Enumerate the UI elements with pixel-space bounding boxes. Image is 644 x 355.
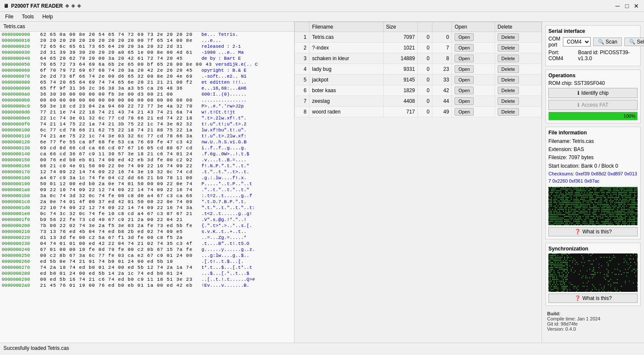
open-button[interactable]: Open [455,76,474,84]
hex-addr: 0000000290 [2,277,40,282]
hex-addr: 0000000190 [2,181,40,186]
delete-button[interactable]: Delete [498,55,519,62]
hex-bytes: 0c 74 3c 32 0c 74 fe 10 c8 cd a4 67 c3 0… [40,211,198,216]
file-delete-cell: Delete [495,96,541,107]
hex-bytes: 2a 0e 74 01 4f 00 37 ed 42 01 50 00 22 0… [40,199,198,204]
hex-ascii: :.t=2..t......g..f [201,193,252,198]
hex-addr: 00000001d0 [2,205,40,210]
delete-button[interactable]: Delete [498,33,519,41]
com-port-select[interactable]: COM4 [563,37,591,47]
open-button[interactable]: Open [455,65,474,73]
file-num: 7 [295,96,309,107]
delete-button[interactable]: Delete [498,108,519,116]
hex-bytes: 04 74 01 01 00 ed 42 22 04 74 21 02 74 3… [40,241,198,246]
open-button[interactable]: Open [455,97,474,105]
file-name: Tetris.cas [309,32,383,43]
hex-bytes: 76 65 72 73 64 69 6a 6b 2e 65 00 bf 65 2… [40,62,212,67]
file-open-cell: Open [452,32,495,43]
hex-row: 0000000260ed 5b 0e 74 21 91 74 b0 01 24 … [0,259,294,265]
hex-addr: 0000000050 [2,62,40,67]
hex-bytes: 65 74 20 65 64 69 74 74 65 6e 20 21 21 2… [40,80,198,85]
identify-chip-button[interactable]: ℹ Identify chip [548,88,638,98]
delete-button[interactable]: Delete [498,97,519,105]
hex-row: 000000023004 74 01 01 00 ed 42 22 04 74 … [0,241,294,247]
file-open-cell: Open [452,53,495,64]
file-info-what-button[interactable]: ❓ What is this? [548,227,638,236]
hex-row: 000000021073 13 76 ed 4b 04 74 ed b8 2b … [0,229,294,235]
table-row: 8 woord raden 717 0 49 Open Delete [295,107,542,117]
close-button[interactable]: ✕ [632,2,641,10]
hex-ascii: ...$...[.*..t...$ [201,271,249,276]
git-id: Git id: 98d74fe [547,321,578,326]
hex-row: 00000000302d 31 39 39 30 20 20 20 a0 65 … [0,49,294,55]
hex-row: 00000002a021 45 76 01 19 00 76 ed b0 eb … [0,282,294,288]
delete-button[interactable]: Delete [498,76,519,84]
hex-bytes: 66 21 c0 4e 01 50 00 22 0e 74 09 22 10 7… [40,163,198,169]
hex-ascii: *.t.O.7.B.P.".t. [201,199,247,204]
open-button[interactable]: Open [455,55,474,62]
hex-panel-title: Tetris.cas [0,22,294,32]
sync-title: Synchronization [548,246,638,252]
hex-ascii: .t."..t."..t>..t. [201,169,249,175]
hex-addr: 0000000060 [2,68,40,73]
open-button[interactable]: Open [455,87,474,94]
file-num: 6 [295,85,309,96]
build-section: Build: Compile time: Jan 1 2024 Git id: … [545,309,641,333]
col-open: Open [452,22,495,32]
open-button[interactable]: Open [455,44,474,52]
sync-what-button[interactable]: ❓ What is this? [548,294,638,303]
build-label: Build: [547,311,560,316]
file-size: 7097 [383,32,418,43]
hex-row: 00000000d077 21 1e 74 22 18 74 21 43 74 … [0,109,294,115]
right-panel: Serial interface COM port COM4 🔍 Scan 🔍 … [542,22,644,343]
file-open-cell: Open [452,107,495,117]
hex-addr: 0000000070 [2,74,40,79]
delete-button[interactable]: Delete [498,44,519,52]
com-port-label: COM port [548,36,560,48]
file-col4: 23 [432,64,452,75]
hex-ascii: g......y......g..z. [201,247,255,252]
file-col4: 7 [432,43,452,53]
hex-scroll[interactable]: 000000000062 65 0a 00 8e 20 54 65 74 72 … [0,32,294,343]
delete-button[interactable]: Delete [498,65,519,73]
minimize-button[interactable]: ─ [613,2,622,10]
port-label: Port: COM4 [548,49,573,61]
file-size: 1829 [383,85,418,96]
restore-button[interactable]: □ [623,2,631,10]
access-fat-button[interactable]: ℹ Access FAT [548,100,638,110]
menu-file[interactable]: File [2,13,17,20]
file-col3: 0 [418,75,432,85]
open-button[interactable]: Open [455,108,474,116]
menu-tools[interactable]: Tools [18,13,37,20]
hex-addr: 00000000d0 [2,110,40,115]
hex-bytes: 3a 0c 74 3d 32 0c 74 fe 00 c8 d0 a4 67 c… [40,193,198,198]
hex-row: 00000000606f 70 79 72 69 67 68 74 20 3a … [0,67,294,73]
scan-button[interactable]: 🔍 Scan [593,38,622,46]
hex-addr: 0000000210 [2,229,40,234]
file-col3: 0 [418,85,432,96]
file-name: jackpot [309,75,383,85]
open-button[interactable]: Open [455,33,474,41]
select-button[interactable]: 🔍 Select [624,38,644,46]
identify-icon: ℹ [577,90,580,96]
hex-ascii: lw.xf!bu".t!.u". [201,128,247,133]
file-col3: 0 [418,43,432,53]
hex-ascii: t!.u".t>.2lw.xf: [201,134,247,139]
file-col3: 0 [418,53,432,64]
menu-help[interactable]: Help [39,13,56,20]
file-info-title: File information [548,130,638,136]
file-open-cell: Open [452,85,495,96]
hex-ascii: et editten !!!.. [201,80,247,85]
file-delete-cell: Delete [495,32,541,43]
hex-ascii: ................ [201,98,247,103]
delete-button[interactable]: Delete [498,87,519,94]
serial-row-2: Port: COM4 Board id: PICOSST39-v1.3.0 [548,49,638,61]
scan-icon: 🔍 [598,39,604,45]
hex-ascii: nw.U..h.S.vi.G.B [201,140,247,145]
hex-ascii: t*.t...$...[.t*..t [201,265,252,270]
file-name: lady bug [309,64,383,75]
hex-addr: 00000001a0 [2,187,40,192]
hex-row: 00000001006c 77 cd 78 66 21 62 75 22 18 … [0,127,294,133]
file-col3: 0 [418,32,432,43]
title-icon2: ◈ [71,3,75,9]
